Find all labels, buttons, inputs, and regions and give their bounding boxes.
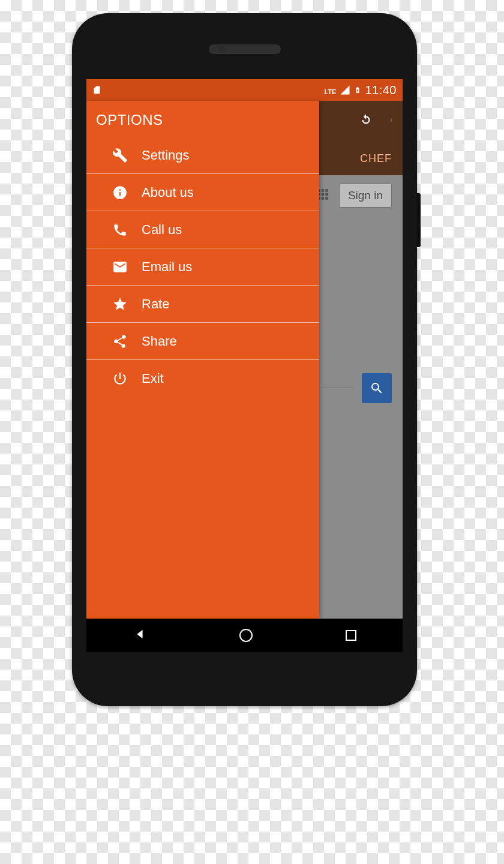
signal-icon: [340, 85, 350, 95]
sdcard-icon: [92, 85, 101, 95]
android-nav-bar: [86, 619, 403, 652]
network-lte-label: LTE: [324, 83, 336, 97]
menu-item-label: Share: [136, 334, 177, 349]
back-button[interactable]: [133, 628, 146, 643]
menu-item-label: Rate: [136, 296, 169, 312]
svg-point-0: [391, 119, 392, 119]
status-bar: LTE 11:40: [86, 79, 403, 101]
menu-item-label: Call us: [136, 222, 182, 238]
menu-item-about[interactable]: About us: [86, 174, 319, 211]
svg-point-2: [391, 121, 392, 121]
phone-icon: [104, 222, 136, 238]
email-icon: [104, 259, 136, 275]
status-clock: 11:40: [365, 83, 397, 97]
overflow-menu-icon[interactable]: [389, 113, 393, 130]
menu-item-email[interactable]: Email us: [86, 248, 319, 286]
power-icon: [104, 371, 136, 386]
svg-point-1: [391, 120, 392, 121]
menu-item-label: Exit: [136, 371, 164, 386]
wrench-icon: [104, 148, 136, 163]
menu-item-exit[interactable]: Exit: [86, 360, 319, 397]
info-icon: [104, 185, 136, 200]
battery-charging-icon: [354, 84, 361, 96]
menu-item-call[interactable]: Call us: [86, 211, 319, 248]
phone-power-button: [417, 193, 421, 247]
menu-item-label: Settings: [136, 148, 190, 163]
sign-in-button[interactable]: Sign in: [339, 184, 392, 208]
tab-chef[interactable]: CHEF: [360, 152, 392, 165]
home-button[interactable]: [239, 629, 253, 642]
screen: LTE 11:40 CHEF: [86, 79, 403, 652]
share-icon: [104, 334, 136, 349]
nav-drawer: OPTIONS Settings About us Call us: [86, 101, 319, 619]
menu-item-share[interactable]: Share: [86, 323, 319, 360]
recents-button[interactable]: [346, 630, 356, 641]
star-icon: [104, 296, 136, 312]
refresh-icon[interactable]: [358, 112, 374, 130]
menu-item-label: Email us: [136, 259, 192, 275]
menu-item-label: About us: [136, 185, 194, 200]
search-button[interactable]: [362, 373, 392, 403]
phone-camera: [219, 46, 226, 53]
menu-item-settings[interactable]: Settings: [86, 137, 319, 174]
drawer-title: OPTIONS: [86, 106, 319, 137]
phone-frame: LTE 11:40 CHEF: [72, 13, 417, 706]
menu-item-rate[interactable]: Rate: [86, 286, 319, 323]
